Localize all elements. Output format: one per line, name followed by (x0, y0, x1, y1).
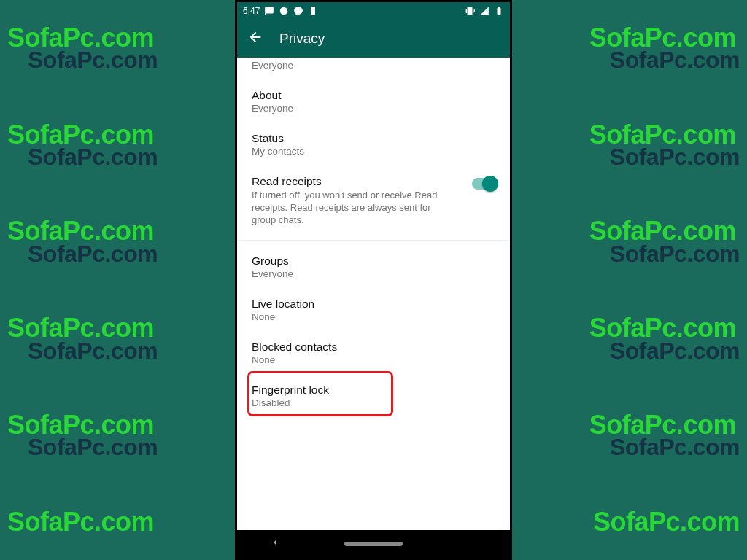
android-nav-bar (237, 530, 510, 558)
phone-frame: 6:47 … Privacy Everyone About Everyone (235, 0, 512, 560)
setting-sub: Disabled (252, 397, 495, 408)
setting-groups[interactable]: Groups Everyone (237, 245, 510, 288)
setting-title: Fingerprint lock (252, 384, 495, 397)
sms-icon: … (279, 6, 289, 16)
app-bar: Privacy (237, 20, 510, 58)
message-icon (264, 6, 274, 16)
setting-title: Live location (252, 298, 495, 311)
setting-title: Read receipts (252, 175, 456, 188)
messenger-icon (293, 6, 303, 16)
status-bar: 6:47 … (237, 2, 510, 20)
setting-blocked-contacts[interactable]: Blocked contacts None (237, 331, 510, 374)
setting-sub: Everyone (252, 103, 495, 114)
vibrate-icon (465, 6, 475, 16)
setting-description: If turned off, you won't send or receive… (252, 190, 456, 227)
signal-icon (479, 6, 489, 16)
setting-fingerprint-lock[interactable]: Fingerprint lock Disabled (237, 374, 510, 417)
svg-rect-2 (311, 7, 315, 15)
setting-title: Blocked contacts (252, 341, 495, 354)
setting-sub: My contacts (252, 146, 495, 157)
nav-home-pill[interactable] (344, 542, 403, 546)
setting-live-location[interactable]: Live location None (237, 288, 510, 331)
divider (237, 240, 510, 241)
setting-sub: None (252, 354, 495, 365)
phone-status-icon (308, 6, 318, 16)
toggle-knob (482, 176, 498, 192)
setting-status[interactable]: Status My contacts (237, 122, 510, 166)
battery-icon (494, 6, 504, 16)
back-button[interactable] (247, 29, 263, 48)
setting-sub: Everyone (252, 268, 495, 279)
setting-title: About (252, 89, 495, 102)
setting-sub: Everyone (252, 60, 495, 71)
setting-read-receipts[interactable]: Read receipts If turned off, you won't s… (237, 166, 510, 236)
setting-about[interactable]: About Everyone (237, 79, 510, 122)
nav-back[interactable] (269, 537, 281, 551)
setting-last-seen[interactable]: Everyone (237, 58, 510, 79)
svg-text:…: … (282, 8, 286, 13)
setting-title: Groups (252, 254, 495, 268)
setting-sub: None (252, 311, 495, 322)
settings-content: Everyone About Everyone Status My contac… (237, 58, 510, 530)
setting-title: Status (252, 132, 495, 145)
page-title: Privacy (279, 31, 325, 47)
read-receipts-toggle[interactable] (472, 178, 495, 190)
status-time: 6:47 (243, 6, 260, 16)
